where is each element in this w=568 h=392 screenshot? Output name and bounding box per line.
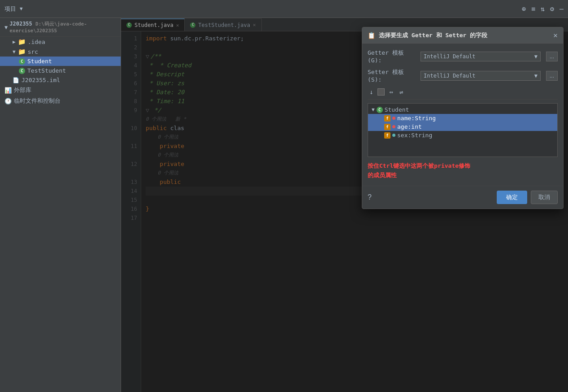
tree-field-name[interactable]: f name:String: [368, 114, 557, 122]
sidebar-item-student[interactable]: C Student: [0, 57, 121, 66]
main-layout: ▼ J202355 D:\码云\java-code-exercise\J2023…: [0, 18, 568, 392]
settings-icon[interactable]: ⚙: [550, 5, 554, 13]
sort-down-icon[interactable]: ↓: [368, 87, 375, 96]
java-class-icon-student: C: [19, 58, 25, 65]
dialog-toolbar: ↓ ⇔ ⇌: [368, 87, 558, 100]
dialog-title-text: 选择要生成 Getter 和 Setter 的字段: [379, 31, 487, 39]
sidebar-item-label-student: Student: [27, 58, 52, 65]
getter-setter-dialog: 📋 选择要生成 Getter 和 Setter 的字段 ✕ Getter 模板(…: [362, 27, 564, 209]
setter-label: Setter 模板(S):: [368, 68, 417, 83]
toolbar-icons: ⊕ ≡ ⇅ ⚙ —: [522, 5, 564, 13]
red-dot-name: [392, 117, 395, 120]
dialog-body: Getter 模板(G): IntelliJ Default ▼ ... Set…: [362, 44, 563, 186]
annotation-line1: 按住Ctrl键选中这两个被private修饰: [368, 161, 558, 171]
sidebar-item-label-teststudent: TestStudent: [27, 67, 66, 74]
dialog-footer: ? 确定 取消: [362, 186, 563, 209]
red-dot-age: [392, 125, 395, 128]
sync-icon[interactable]: ⊕: [522, 5, 526, 13]
project-root-label: J202355 D:\码云\java-code-exercise\J202355: [9, 21, 116, 34]
clock-icon: 🕐: [4, 98, 12, 105]
intellij-icon: 📋: [368, 32, 375, 39]
tree-field-sex-label: sex:String: [397, 132, 432, 139]
cancel-button[interactable]: 取消: [531, 191, 558, 204]
tree-root-label: Student: [385, 106, 409, 113]
tree-field-age-label: age:int: [397, 123, 422, 130]
tree-field-name-label: name:String: [397, 115, 436, 122]
chart-icon: 📊: [4, 87, 12, 94]
dialog-close-button[interactable]: ✕: [553, 31, 558, 39]
setter-options-button[interactable]: ...: [546, 71, 558, 81]
annotation-line2: 的成员属性: [368, 171, 558, 180]
sidebar-item-iml[interactable]: 📄 J202355.iml: [0, 75, 121, 85]
folder-icon: 📁: [18, 38, 26, 45]
dialog-overlay: 📋 选择要生成 Getter 和 Setter 的字段 ✕ Getter 模板(…: [121, 18, 568, 392]
teal-dot-sex: [392, 134, 395, 137]
field-icon-sex: f: [384, 132, 390, 139]
tree-expand-icon: ▼: [372, 107, 375, 113]
setter-row: Setter 模板(S): IntelliJ Default ▼ ...: [368, 68, 558, 83]
tree-field-age[interactable]: f age:int: [368, 122, 557, 131]
editor-area: C Student.java ✕ C TestStudent.java ✕ 1 …: [121, 18, 568, 392]
sidebar-item-label-scratch: 临时文件和控制台: [14, 97, 61, 105]
collapse-icon[interactable]: ⇌: [398, 87, 405, 96]
dialog-title: 📋 选择要生成 Getter 和 Setter 的字段: [368, 31, 487, 39]
align-icon[interactable]: ≡: [531, 5, 535, 13]
help-button[interactable]: ?: [368, 193, 372, 201]
sidebar-item-label-src: src: [28, 48, 38, 55]
sidebar-item-label-extlib: 外部库: [14, 86, 31, 94]
field-tree: ▼ C Student f name:String f: [368, 103, 558, 157]
sidebar-item-extlib[interactable]: 📊 外部库: [0, 85, 121, 96]
getter-value: IntelliJ Default: [424, 53, 476, 60]
getter-select[interactable]: IntelliJ Default ▼: [421, 52, 541, 61]
top-toolbar: 项目 ▼ ⊕ ≡ ⇅ ⚙ —: [0, 0, 568, 18]
select-all-checkbox[interactable]: [377, 88, 385, 96]
setter-value: IntelliJ Default: [424, 73, 476, 79]
sidebar-item-idea[interactable]: ▶ 📁 .idea: [0, 37, 121, 47]
dropdown-icon[interactable]: ▼: [20, 6, 23, 12]
chevron-down-icon: ▼: [13, 49, 16, 55]
java-class-icon-teststudent: C: [19, 68, 25, 74]
expand-icon[interactable]: ⇔: [387, 87, 395, 96]
getter-dropdown-icon: ▼: [534, 53, 538, 60]
tree-root-student[interactable]: ▼ C Student: [368, 105, 557, 114]
getter-row: Getter 模板(G): IntelliJ Default ▼ ...: [368, 49, 558, 64]
sidebar-item-label-iml: J202355.iml: [22, 77, 60, 83]
annotation-box: 按住Ctrl键选中这两个被private修饰 的成员属性: [368, 161, 558, 180]
dialog-title-bar: 📋 选择要生成 Getter 和 Setter 的字段 ✕: [362, 27, 563, 44]
project-root-expand[interactable]: ▼: [4, 24, 8, 30]
folder-icon-src: 📁: [18, 48, 26, 55]
sidebar-header: ▼ J202355 D:\码云\java-code-exercise\J2023…: [0, 18, 121, 37]
field-icon-age: f: [384, 124, 390, 130]
setter-select[interactable]: IntelliJ Default ▼: [421, 71, 541, 81]
minimize-icon[interactable]: —: [559, 5, 564, 13]
sidebar-item-src[interactable]: ▼ 📁 src: [0, 47, 121, 57]
project-label: 项目: [4, 5, 16, 13]
sidebar-item-teststudent[interactable]: C TestStudent: [0, 66, 121, 75]
chevron-right-icon: ▶: [13, 39, 16, 45]
tree-field-sex[interactable]: f sex:String: [368, 131, 557, 139]
tree-class-icon: C: [377, 107, 383, 113]
setter-dropdown-icon: ▼: [534, 73, 538, 79]
sort-icon[interactable]: ⇅: [541, 5, 545, 13]
sidebar-item-label: .idea: [28, 39, 45, 45]
field-icon-name: f: [384, 115, 390, 122]
iml-icon: 📄: [13, 77, 19, 83]
sidebar: ▼ J202355 D:\码云\java-code-exercise\J2023…: [0, 18, 121, 392]
sidebar-item-scratch[interactable]: 🕐 临时文件和控制台: [0, 96, 121, 106]
getter-label: Getter 模板(G):: [368, 49, 417, 64]
ok-button[interactable]: 确定: [497, 191, 527, 204]
getter-options-button[interactable]: ...: [546, 52, 558, 61]
